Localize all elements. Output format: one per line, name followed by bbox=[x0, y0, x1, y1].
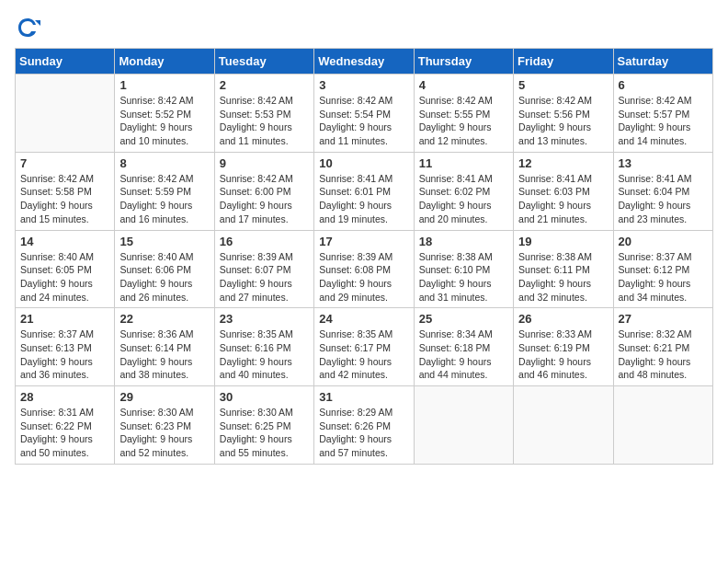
day-number: 8 bbox=[119, 156, 209, 170]
day-cell: 3Sunrise: 8:42 AM Sunset: 5:54 PM Daylig… bbox=[314, 75, 414, 153]
day-number: 15 bbox=[119, 235, 209, 248]
day-info: Sunrise: 8:41 AM Sunset: 6:04 PM Dayligh… bbox=[619, 172, 708, 226]
day-info: Sunrise: 8:39 AM Sunset: 6:08 PM Dayligh… bbox=[319, 250, 408, 304]
day-number: 4 bbox=[419, 78, 508, 92]
day-info: Sunrise: 8:41 AM Sunset: 6:02 PM Dayligh… bbox=[419, 172, 508, 226]
day-cell: 5Sunrise: 8:42 AM Sunset: 5:56 PM Daylig… bbox=[514, 75, 613, 153]
day-info: Sunrise: 8:40 AM Sunset: 6:06 PM Dayligh… bbox=[119, 250, 209, 304]
day-number: 29 bbox=[119, 390, 209, 404]
day-number: 19 bbox=[518, 235, 608, 248]
day-info: Sunrise: 8:40 AM Sunset: 6:05 PM Dayligh… bbox=[20, 250, 109, 304]
day-info: Sunrise: 8:36 AM Sunset: 6:14 PM Dayligh… bbox=[119, 327, 209, 382]
day-number: 7 bbox=[20, 156, 109, 170]
header-cell-friday: Friday bbox=[514, 49, 613, 75]
calendar-header: SundayMondayTuesdayWednesdayThursdayFrid… bbox=[16, 49, 713, 75]
day-number: 13 bbox=[619, 156, 708, 170]
day-cell bbox=[414, 386, 513, 465]
header-cell-sunday: Sunday bbox=[16, 49, 115, 75]
day-cell: 28Sunrise: 8:31 AM Sunset: 6:22 PM Dayli… bbox=[16, 386, 115, 465]
day-cell bbox=[16, 75, 115, 153]
day-number: 1 bbox=[119, 78, 209, 92]
week-row-2: 7Sunrise: 8:42 AM Sunset: 5:58 PM Daylig… bbox=[16, 152, 713, 230]
day-info: Sunrise: 8:42 AM Sunset: 5:54 PM Dayligh… bbox=[319, 94, 408, 148]
day-info: Sunrise: 8:38 AM Sunset: 6:10 PM Dayligh… bbox=[419, 250, 508, 304]
calendar-body: 1Sunrise: 8:42 AM Sunset: 5:52 PM Daylig… bbox=[16, 75, 713, 465]
day-info: Sunrise: 8:37 AM Sunset: 6:12 PM Dayligh… bbox=[619, 250, 708, 304]
day-cell: 25Sunrise: 8:34 AM Sunset: 6:18 PM Dayli… bbox=[414, 308, 513, 386]
day-info: Sunrise: 8:42 AM Sunset: 5:57 PM Dayligh… bbox=[619, 94, 708, 148]
day-info: Sunrise: 8:42 AM Sunset: 6:00 PM Dayligh… bbox=[220, 172, 309, 226]
calendar-table: SundayMondayTuesdayWednesdayThursdayFrid… bbox=[15, 48, 713, 465]
day-info: Sunrise: 8:42 AM Sunset: 5:55 PM Dayligh… bbox=[419, 94, 508, 148]
day-number: 30 bbox=[220, 390, 309, 404]
day-info: Sunrise: 8:38 AM Sunset: 6:11 PM Dayligh… bbox=[518, 250, 608, 304]
day-info: Sunrise: 8:30 AM Sunset: 6:23 PM Dayligh… bbox=[119, 406, 209, 460]
day-cell: 24Sunrise: 8:35 AM Sunset: 6:17 PM Dayli… bbox=[314, 308, 414, 386]
day-cell: 2Sunrise: 8:42 AM Sunset: 5:53 PM Daylig… bbox=[214, 75, 313, 153]
day-cell: 30Sunrise: 8:30 AM Sunset: 6:25 PM Dayli… bbox=[214, 386, 313, 465]
day-info: Sunrise: 8:29 AM Sunset: 6:26 PM Dayligh… bbox=[319, 406, 408, 460]
day-number: 28 bbox=[20, 390, 109, 404]
day-cell: 20Sunrise: 8:37 AM Sunset: 6:12 PM Dayli… bbox=[613, 230, 712, 308]
day-info: Sunrise: 8:37 AM Sunset: 6:13 PM Dayligh… bbox=[20, 327, 109, 382]
day-number: 24 bbox=[319, 312, 408, 326]
day-info: Sunrise: 8:41 AM Sunset: 6:01 PM Dayligh… bbox=[319, 172, 408, 226]
day-number: 31 bbox=[319, 390, 408, 404]
day-number: 27 bbox=[619, 312, 708, 326]
day-cell: 13Sunrise: 8:41 AM Sunset: 6:04 PM Dayli… bbox=[613, 152, 712, 230]
day-cell bbox=[514, 386, 613, 465]
day-cell: 26Sunrise: 8:33 AM Sunset: 6:19 PM Dayli… bbox=[514, 308, 613, 386]
day-cell: 22Sunrise: 8:36 AM Sunset: 6:14 PM Dayli… bbox=[115, 308, 214, 386]
day-number: 16 bbox=[220, 235, 309, 248]
day-cell: 4Sunrise: 8:42 AM Sunset: 5:55 PM Daylig… bbox=[414, 75, 513, 153]
day-cell: 7Sunrise: 8:42 AM Sunset: 5:58 PM Daylig… bbox=[16, 152, 115, 230]
day-cell: 31Sunrise: 8:29 AM Sunset: 6:26 PM Dayli… bbox=[314, 386, 414, 465]
logo bbox=[15, 15, 44, 40]
day-cell: 18Sunrise: 8:38 AM Sunset: 6:10 PM Dayli… bbox=[414, 230, 513, 308]
day-cell: 6Sunrise: 8:42 AM Sunset: 5:57 PM Daylig… bbox=[613, 75, 712, 153]
header-cell-wednesday: Wednesday bbox=[314, 49, 414, 75]
day-cell: 8Sunrise: 8:42 AM Sunset: 5:59 PM Daylig… bbox=[115, 152, 214, 230]
day-info: Sunrise: 8:39 AM Sunset: 6:07 PM Dayligh… bbox=[220, 250, 309, 304]
day-info: Sunrise: 8:42 AM Sunset: 5:53 PM Dayligh… bbox=[220, 94, 309, 148]
day-cell: 10Sunrise: 8:41 AM Sunset: 6:01 PM Dayli… bbox=[314, 152, 414, 230]
header-row: SundayMondayTuesdayWednesdayThursdayFrid… bbox=[16, 49, 713, 75]
week-row-1: 1Sunrise: 8:42 AM Sunset: 5:52 PM Daylig… bbox=[16, 75, 713, 153]
day-info: Sunrise: 8:41 AM Sunset: 6:03 PM Dayligh… bbox=[518, 172, 608, 226]
day-info: Sunrise: 8:30 AM Sunset: 6:25 PM Dayligh… bbox=[220, 406, 309, 460]
day-cell: 27Sunrise: 8:32 AM Sunset: 6:21 PM Dayli… bbox=[613, 308, 712, 386]
week-row-3: 14Sunrise: 8:40 AM Sunset: 6:05 PM Dayli… bbox=[16, 230, 713, 308]
day-info: Sunrise: 8:32 AM Sunset: 6:21 PM Dayligh… bbox=[619, 327, 708, 382]
header bbox=[15, 15, 713, 40]
day-number: 9 bbox=[220, 156, 309, 170]
day-number: 11 bbox=[419, 156, 508, 170]
day-cell: 16Sunrise: 8:39 AM Sunset: 6:07 PM Dayli… bbox=[214, 230, 313, 308]
header-cell-tuesday: Tuesday bbox=[214, 49, 313, 75]
header-cell-saturday: Saturday bbox=[613, 49, 712, 75]
day-info: Sunrise: 8:33 AM Sunset: 6:19 PM Dayligh… bbox=[518, 327, 608, 382]
day-cell: 19Sunrise: 8:38 AM Sunset: 6:11 PM Dayli… bbox=[514, 230, 613, 308]
day-number: 3 bbox=[319, 78, 408, 92]
day-number: 2 bbox=[220, 78, 309, 92]
day-number: 17 bbox=[319, 235, 408, 248]
day-cell: 29Sunrise: 8:30 AM Sunset: 6:23 PM Dayli… bbox=[115, 386, 214, 465]
svg-marker-0 bbox=[35, 20, 40, 26]
day-number: 6 bbox=[619, 78, 708, 92]
header-cell-monday: Monday bbox=[115, 49, 214, 75]
day-info: Sunrise: 8:35 AM Sunset: 6:16 PM Dayligh… bbox=[220, 327, 309, 382]
header-cell-thursday: Thursday bbox=[414, 49, 513, 75]
day-info: Sunrise: 8:42 AM Sunset: 5:52 PM Dayligh… bbox=[119, 94, 209, 148]
day-number: 12 bbox=[518, 156, 608, 170]
day-cell: 14Sunrise: 8:40 AM Sunset: 6:05 PM Dayli… bbox=[16, 230, 115, 308]
day-info: Sunrise: 8:35 AM Sunset: 6:17 PM Dayligh… bbox=[319, 327, 408, 382]
day-number: 21 bbox=[20, 312, 109, 326]
day-cell: 23Sunrise: 8:35 AM Sunset: 6:16 PM Dayli… bbox=[214, 308, 313, 386]
day-cell bbox=[613, 386, 712, 465]
day-info: Sunrise: 8:42 AM Sunset: 5:56 PM Dayligh… bbox=[518, 94, 608, 148]
day-number: 23 bbox=[220, 312, 309, 326]
day-cell: 1Sunrise: 8:42 AM Sunset: 5:52 PM Daylig… bbox=[115, 75, 214, 153]
day-cell: 9Sunrise: 8:42 AM Sunset: 6:00 PM Daylig… bbox=[214, 152, 313, 230]
day-number: 26 bbox=[518, 312, 608, 326]
day-number: 25 bbox=[419, 312, 508, 326]
day-cell: 15Sunrise: 8:40 AM Sunset: 6:06 PM Dayli… bbox=[115, 230, 214, 308]
